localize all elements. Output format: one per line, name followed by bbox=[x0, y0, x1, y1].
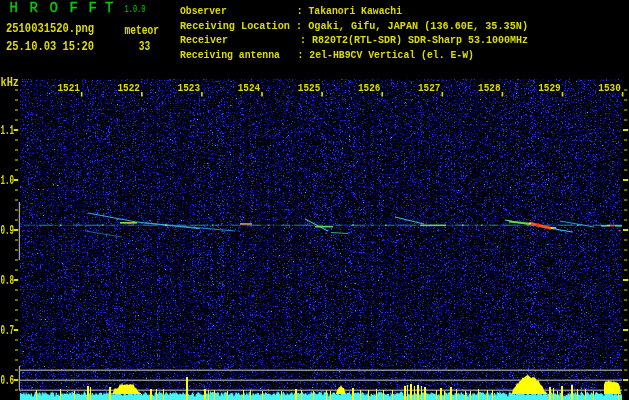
svg-text:25.10.03 15:20: 25.10.03 15:20 bbox=[6, 39, 94, 54]
svg-text:1.1: 1.1 bbox=[1, 124, 15, 138]
svg-text:1523: 1523 bbox=[178, 82, 201, 94]
svg-text:1521: 1521 bbox=[57, 82, 80, 94]
svg-text:1528: 1528 bbox=[478, 82, 501, 94]
svg-text:1526: 1526 bbox=[358, 82, 381, 94]
svg-text:1.0.0: 1.0.0 bbox=[125, 3, 146, 15]
svg-text:0.9: 0.9 bbox=[1, 224, 15, 238]
svg-text:Observer : Takanori: Observer : Takanori Kawachi bbox=[180, 5, 402, 17]
svg-text:T: T bbox=[105, 0, 113, 16]
svg-text:O: O bbox=[50, 0, 58, 16]
svg-text:Receiver : R820T2(R: Receiver : R820T2(RTL-SDR) SDR-Sharp 53.… bbox=[180, 34, 528, 46]
svg-text:Receiving Location : Ogaki, Gi: Receiving Location : Ogaki, Gifu, JAPAN … bbox=[180, 20, 528, 32]
svg-text:2510031520.png: 2510031520.png bbox=[6, 21, 94, 36]
svg-text:1.0: 1.0 bbox=[1, 174, 15, 188]
svg-text:1529: 1529 bbox=[538, 82, 561, 94]
svg-text:1530: 1530 bbox=[598, 82, 621, 94]
svg-text:F: F bbox=[70, 0, 78, 16]
svg-text:H: H bbox=[10, 0, 18, 16]
svg-text:R: R bbox=[30, 0, 39, 16]
svg-text:0.7: 0.7 bbox=[1, 324, 15, 338]
svg-text:1527: 1527 bbox=[418, 82, 441, 94]
svg-text:Receiving antenna : 2el-HB9C: Receiving antenna : 2el-HB9CV Vertical (… bbox=[180, 49, 474, 61]
svg-text:0.8: 0.8 bbox=[1, 274, 15, 288]
svg-text:kHz: kHz bbox=[1, 76, 20, 90]
svg-text:33: 33 bbox=[139, 40, 151, 54]
svg-text:meteor: meteor bbox=[125, 24, 160, 38]
svg-text:1524: 1524 bbox=[238, 82, 261, 94]
svg-text:0.6: 0.6 bbox=[1, 374, 15, 388]
svg-text:1522: 1522 bbox=[118, 82, 141, 94]
svg-text:1525: 1525 bbox=[298, 82, 321, 94]
svg-text:F: F bbox=[89, 0, 97, 16]
